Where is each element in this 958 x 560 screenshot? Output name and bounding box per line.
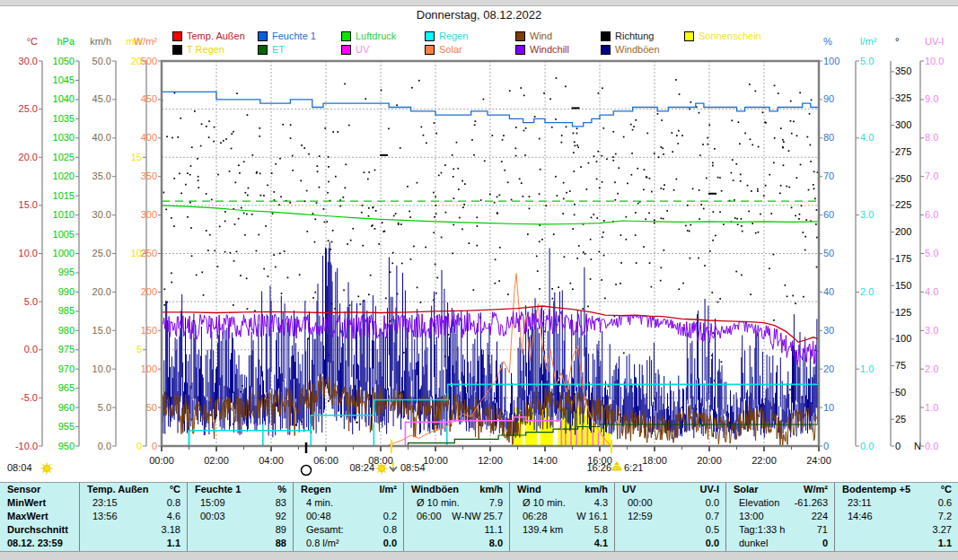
table-cell-value: 4.3: [594, 496, 608, 510]
legend-swatch: [684, 31, 694, 41]
table-row-label-text: Durchschnitt: [7, 523, 68, 537]
axis-label-uvi: 8.0: [925, 132, 938, 143]
weather-chart: -10.0-5.00.05.010.015.020.025.030.0°C950…: [0, 0, 958, 481]
table-cell-value: W-NW 25.7: [452, 510, 503, 523]
table-cell-value: 8.0: [489, 537, 503, 550]
table-cell-value: 3.27: [933, 523, 952, 537]
axis-label-lm2: 0.0: [860, 441, 874, 451]
axis-label-min: 15: [131, 152, 142, 162]
axis-label-deg: 325: [895, 92, 911, 103]
axis-label-wm2: 150: [141, 325, 157, 336]
table-row: 15:0983: [188, 496, 293, 510]
legend-swatch: [172, 31, 182, 41]
axis-label-deg: 125: [895, 307, 911, 318]
table-row-label: Sensor: [0, 483, 79, 496]
axis-label-min: 5: [136, 344, 142, 354]
axis-label-kmh: 40.0: [92, 132, 111, 143]
axis-label-hpa: 1000: [53, 248, 75, 258]
table-cell-value: 0.2: [383, 510, 397, 523]
axis-label-uvi: 7.0: [925, 171, 938, 181]
axis-label-hpa: 1020: [53, 171, 75, 181]
axis-label-pct: 80: [823, 132, 834, 143]
x-axis-label: 12:00: [478, 455, 503, 466]
axis-label-min: 0: [136, 441, 142, 451]
table-row: 0.5: [615, 523, 725, 537]
legend-label: Feuchte 1: [272, 31, 316, 41]
x-axis: 00:0002:0004:0006:0008:0010:0012:0014:00…: [149, 446, 831, 466]
axis-label-wm2: 250: [141, 248, 157, 258]
axis-label-temp: -5.0: [21, 392, 38, 403]
table-cell-label: Regen: [301, 483, 331, 496]
legend-swatch: [172, 45, 182, 55]
axis-label-wm2: 0: [152, 441, 157, 451]
axis-uvi: 0.01.02.03.04.05.06.07.08.09.010.0UV-I: [920, 36, 944, 451]
axis-label-deg: 275: [895, 146, 911, 157]
legend-label: UV: [356, 44, 369, 55]
table-row: 11.1: [404, 523, 509, 537]
table-cell-label: [622, 523, 628, 537]
axis-label-temp: 0.0: [24, 344, 38, 354]
table-cell-value: 71: [817, 523, 828, 537]
axis-label-hpa: 1025: [53, 152, 75, 162]
sunset-sun-icon: [612, 461, 621, 470]
axis-label-wm2: 400: [141, 132, 157, 143]
table-cell-value: 0.8: [383, 523, 397, 537]
axis-label-deg: 50: [895, 387, 906, 398]
table-row: Regenl/m²: [294, 483, 403, 496]
legend-swatch: [258, 45, 268, 55]
table-cell-label: Ø 10 min.: [517, 496, 566, 510]
axis-deg: 0N25507510012515017520022525027530032535…: [891, 36, 921, 451]
table-row-label-text: MinWert: [7, 496, 46, 510]
legend-label: Wind: [530, 31, 552, 41]
table-cell-label: 139.4 km: [517, 523, 563, 537]
table-cell-value: 88: [276, 537, 286, 550]
table-col-5: Windkm/hØ 10 min.4.306:28W 16.1139.4 km5…: [509, 483, 614, 552]
x-axis-label: 24:00: [806, 455, 831, 466]
table-row: 00:000.0: [615, 496, 725, 510]
table-row: 0.8 l/m²0.0: [294, 537, 403, 550]
table-row: Windkm/h: [510, 483, 614, 496]
legend-item-7: Sonnenschein: [684, 31, 761, 41]
legend-item-12: Windchill: [515, 44, 569, 55]
legend-label: Temp. Außen: [187, 31, 245, 41]
axis-label-temp: 25.0: [19, 103, 38, 114]
table-cell-value: 0.0: [383, 537, 397, 550]
legend-item-11: Solar: [425, 44, 462, 55]
table-cell-label: Feuchte 1: [195, 483, 241, 496]
axis-label-pct: 70: [823, 171, 834, 181]
axis-label-hpa: 950: [58, 441, 75, 451]
sunrise-sun-icon: [376, 463, 388, 475]
legend-item-10: UV: [341, 44, 369, 55]
axis-label-hpa: 1030: [53, 132, 75, 143]
table-cell-value: 4.6: [167, 510, 180, 523]
table-cell-value: 5.8: [594, 523, 608, 537]
axis-label-wm2: 450: [141, 93, 157, 104]
table-cell-label: 12:59: [622, 510, 653, 523]
table-cell-label: Solar: [734, 483, 759, 496]
x-axis-label: 18:00: [642, 455, 667, 466]
axis-label-temp: 10.0: [19, 248, 38, 258]
table-cell-value: °C: [170, 483, 180, 496]
table-row: Elevation-61.263: [726, 496, 834, 510]
x-axis-label: 02:00: [204, 455, 229, 466]
moon-phase-icon: [302, 466, 312, 476]
axis-label-temp: 20.0: [19, 152, 38, 162]
table-row: 23:150.8: [80, 496, 187, 510]
table-cell-value: 89: [276, 523, 286, 537]
table-cell-value: -61.263: [795, 496, 828, 510]
table-cell-label: 23:15: [87, 496, 118, 510]
sunrise-end-time: 08:54: [400, 462, 426, 473]
legend-swatch: [425, 45, 435, 55]
table-cell-label: [517, 537, 523, 550]
axis-label-kmh: 10.0: [92, 363, 111, 374]
legend-item-2: Feuchte 1: [258, 31, 316, 41]
axis-label-lm2: 4.0: [860, 132, 874, 143]
table-cell-value: 0.8: [167, 496, 180, 510]
table-cell-value: W 16.1: [576, 510, 608, 523]
legend-label: Luftdruck: [356, 31, 396, 41]
axis-label-hpa: 965: [58, 382, 75, 393]
axis-label-hpa: 990: [58, 286, 75, 297]
table-col-4: Windböenkm/hØ 10 min.7.906:00W-NW 25.711…: [403, 483, 509, 552]
axis-label-hpa: 980: [58, 325, 75, 336]
table-row: 12:590.7: [615, 510, 725, 523]
